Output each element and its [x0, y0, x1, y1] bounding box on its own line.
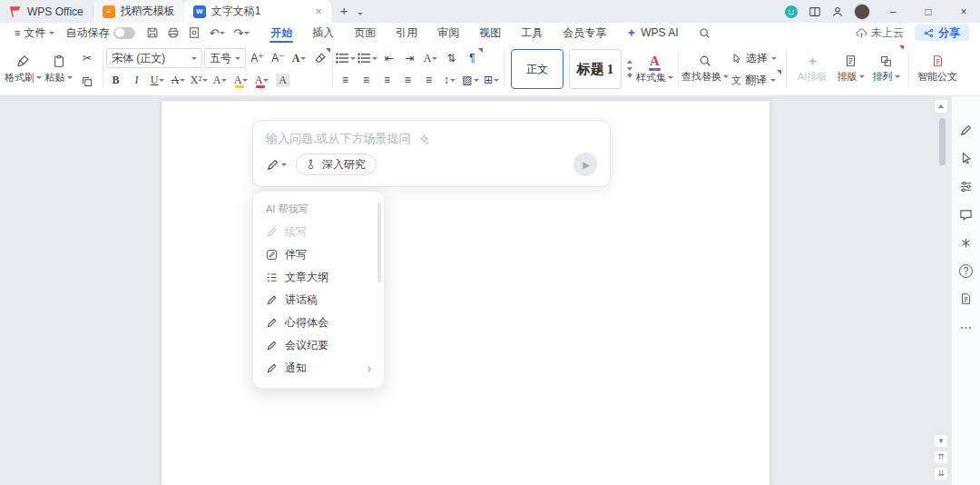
decrease-indent-button[interactable]: ⇤ — [379, 48, 398, 68]
bold-button[interactable]: B — [106, 70, 125, 90]
tab-member[interactable]: 会员专享 — [553, 23, 616, 43]
new-tab-button[interactable]: + — [331, 3, 354, 20]
undo-icon[interactable]: ↶ — [209, 27, 225, 39]
tab-close-icon[interactable]: × — [316, 5, 322, 18]
translate-button[interactable]: 文 翻译 — [728, 70, 780, 90]
deep-research-button[interactable]: 深入研究 — [296, 153, 377, 175]
comment-icon[interactable] — [958, 206, 975, 223]
ai-layout-button[interactable]: AI排版 — [792, 45, 832, 93]
tab-page[interactable]: 页面 — [344, 23, 386, 43]
menu-item-co-writing[interactable]: 伴写 — [253, 243, 384, 266]
tab-home[interactable]: 开始 — [260, 23, 302, 43]
paste-button[interactable]: 粘贴 — [42, 45, 75, 93]
ai-input-panel[interactable]: 输入问题,或从下方场景提问 深入研究 ▶ — [252, 120, 611, 187]
cut-icon[interactable]: ✂ — [83, 52, 92, 64]
menu-item-meeting-minutes[interactable]: 会议纪要 — [253, 334, 384, 357]
paragraph-shading-button[interactable]: ▨ — [461, 70, 480, 90]
gallery-down-icon[interactable] — [627, 67, 632, 71]
gallery-up-icon[interactable] — [627, 60, 632, 64]
scroll-down-button[interactable]: ▾ — [934, 434, 948, 448]
distribute-icon[interactable]: ≡ — [419, 70, 438, 90]
more-options-icon[interactable]: ⋯ — [958, 319, 975, 335]
sort-button[interactable]: ⇅ — [442, 48, 461, 68]
menu-item-speech-draft[interactable]: 讲话稿 — [253, 289, 384, 312]
tab-reference[interactable]: 引用 — [386, 23, 427, 43]
tab-tools[interactable]: 工具 — [511, 23, 553, 43]
char-scale-button[interactable]: A — [211, 70, 230, 90]
adjust-sliders-icon[interactable] — [958, 178, 975, 194]
style-set-button[interactable]: A 样式集 — [638, 54, 671, 84]
numbered-list-button[interactable] — [358, 48, 377, 68]
ai-question-row[interactable]: 输入问题,或从下方场景提问 — [266, 131, 597, 147]
menu-item-article-outline[interactable]: 文章大纲 — [253, 266, 384, 289]
tab-template-store[interactable]: ≡ 找稻壳模板 — [93, 0, 184, 23]
print-preview-icon[interactable] — [188, 26, 201, 39]
increase-indent-button[interactable]: ⇥ — [400, 48, 419, 68]
user-avatar[interactable] — [854, 4, 870, 20]
send-button[interactable]: ▶ — [573, 153, 597, 176]
cloud-status[interactable]: 未上云 — [856, 25, 904, 41]
ai-write-mode-button[interactable] — [266, 158, 287, 172]
tab-review[interactable]: 审阅 — [427, 23, 469, 43]
style-body-text[interactable]: 正文 — [511, 49, 564, 89]
tab-view[interactable]: 视图 — [469, 23, 511, 43]
document-page[interactable]: 输入问题,或从下方场景提问 深入研究 ▶ AI 帮我写 续写 — [162, 101, 769, 485]
tab-list-chevron-icon[interactable] — [354, 5, 367, 18]
phonetic-guide-button[interactable]: A — [421, 48, 440, 68]
align-center-icon[interactable]: ≡ — [357, 70, 376, 90]
official-doc-icon[interactable] — [958, 291, 975, 307]
line-spacing-button[interactable]: ↕ — [440, 70, 459, 90]
previous-page-button[interactable]: ⇈ — [934, 450, 948, 464]
share-button[interactable]: 分享 — [915, 25, 969, 41]
maximize-button[interactable]: □ — [916, 0, 941, 23]
increase-font-button[interactable]: A⁺ — [248, 48, 267, 68]
vertical-scrollbar-thumb[interactable] — [939, 118, 946, 165]
italic-button[interactable]: I — [127, 70, 146, 90]
gallery-expand-icon[interactable] — [627, 74, 632, 79]
menu-item-notice[interactable]: 通知 › — [253, 357, 384, 380]
account-icon[interactable] — [831, 5, 844, 18]
align-right-icon[interactable]: ≡ — [377, 70, 397, 90]
font-color-button[interactable]: A — [252, 70, 271, 90]
superscript-button[interactable]: X² — [190, 70, 209, 90]
select-tool-icon[interactable] — [958, 150, 975, 166]
tab-wps-ai[interactable]: WPS AI — [616, 23, 688, 43]
decrease-font-button[interactable]: A⁻ — [269, 48, 288, 68]
tools-asterisk-icon[interactable] — [958, 234, 975, 251]
bullet-list-button[interactable] — [336, 48, 356, 68]
format-painter-button[interactable]: 格式刷 — [6, 45, 40, 93]
wps-home-button[interactable]: WPS Office — [0, 0, 93, 23]
align-left-icon[interactable]: ≡ — [336, 70, 355, 90]
menu-scrollbar[interactable] — [377, 203, 381, 282]
paragraph-marks-button[interactable]: ¶ — [463, 48, 482, 68]
font-name-select[interactable]: 宋体 (正文) — [106, 48, 202, 68]
smart-doc-button[interactable]: 智能公文 — [915, 45, 960, 93]
find-replace-button[interactable]: 查找替换 — [684, 45, 726, 93]
tab-document[interactable]: W 文字文稿1 × — [184, 0, 331, 23]
layout-button[interactable]: 排版 — [834, 45, 867, 93]
assistant-icon[interactable] — [784, 5, 799, 19]
highlight-color-button[interactable]: A — [231, 70, 250, 90]
borders-button[interactable]: ⊞ — [482, 70, 501, 90]
text-effects-button[interactable]: A — [289, 48, 309, 68]
char-shading-button[interactable]: A — [273, 70, 292, 90]
next-page-button[interactable]: ⇊ — [934, 467, 948, 480]
redo-icon[interactable]: ↷ — [233, 27, 250, 39]
font-size-select[interactable]: 五号 — [204, 48, 246, 68]
style-heading-1[interactable]: 标题1 — [569, 49, 622, 89]
clear-format-button[interactable] — [310, 48, 329, 68]
edit-pen-icon[interactable] — [958, 122, 975, 138]
autosave-toggle[interactable] — [113, 27, 135, 39]
save-icon[interactable] — [146, 26, 159, 39]
close-button[interactable]: × — [951, 0, 976, 23]
strikethrough-button[interactable]: A — [169, 70, 188, 90]
ribbon-search-icon[interactable] — [689, 23, 720, 43]
scroll-up-button[interactable] — [934, 99, 948, 114]
underline-button[interactable]: U — [148, 70, 167, 90]
arrange-button[interactable]: 排列 — [869, 45, 903, 93]
select-button[interactable]: 选择 — [728, 48, 780, 68]
split-window-icon[interactable] — [808, 5, 821, 18]
justify-icon[interactable]: ≡ — [398, 70, 417, 90]
minimize-button[interactable]: – — [880, 0, 906, 23]
file-menu-button[interactable]: ≡ 文件 — [7, 25, 62, 41]
